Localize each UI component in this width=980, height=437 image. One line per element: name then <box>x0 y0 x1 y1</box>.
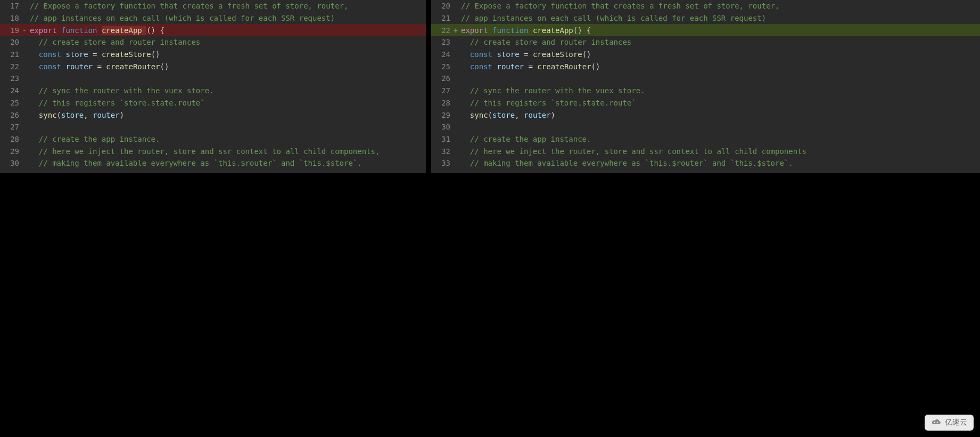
code-line[interactable]: 26 <box>431 72 980 85</box>
code-content: const store = createStore() <box>28 50 426 59</box>
code-line[interactable]: 29 sync(store, router) <box>431 109 980 121</box>
diff-marker <box>452 38 459 46</box>
code-line[interactable]: 19-export function createApp () { <box>0 24 426 36</box>
code-line[interactable]: 25 // this registers `store.state.route` <box>0 97 426 109</box>
line-number: 30 <box>431 123 452 131</box>
line-number: 19 <box>0 26 21 35</box>
code-content: // sync the router with the vuex store. <box>459 86 980 95</box>
line-number: 22 <box>0 62 21 71</box>
code-content <box>459 123 980 131</box>
watermark-badge: 亿速云 <box>925 415 974 431</box>
code-line[interactable]: 32 // here we inject the router, store a… <box>431 145 980 157</box>
cloud-icon <box>931 418 942 427</box>
diff-marker <box>21 147 28 156</box>
line-number: 33 <box>431 159 452 167</box>
code-content: // create the app instance. <box>28 135 426 143</box>
line-number: 27 <box>431 86 452 95</box>
code-line[interactable]: 23 // create store and router instances <box>431 36 980 48</box>
code-content: export function createApp() { <box>459 26 980 35</box>
diff-marker: + <box>452 26 459 35</box>
watermark-text: 亿速云 <box>945 418 967 427</box>
line-number: 17 <box>0 2 21 10</box>
code-line[interactable]: 20 // Expose a factory function that cre… <box>431 0 980 12</box>
code-line[interactable]: 30 // making them available everywhere a… <box>0 157 426 169</box>
code-content: // app instances on each call (which is … <box>459 14 980 22</box>
code-line[interactable]: 24 const store = createStore() <box>431 48 980 61</box>
code-content: const router = createRouter() <box>459 62 980 71</box>
code-content <box>28 123 426 131</box>
diff-marker <box>452 135 459 143</box>
line-number: 31 <box>431 135 452 143</box>
code-content: // create store and router instances <box>28 38 426 46</box>
code-line[interactable]: 27 // sync the router with the vuex stor… <box>431 85 980 97</box>
code-content: const store = createStore() <box>459 50 980 59</box>
diff-marker <box>21 111 28 119</box>
diff-marker <box>21 135 28 143</box>
code-content: // sync the router with the vuex store. <box>28 86 426 95</box>
code-content: // this registers `store.state.route` <box>459 99 980 107</box>
diff-marker <box>452 50 459 59</box>
diff-marker <box>21 50 28 59</box>
code-line[interactable]: 18 // app instances on each call (which … <box>0 12 426 25</box>
line-number: 22 <box>431 26 452 35</box>
code-content <box>28 74 426 83</box>
code-content: // making them available everywhere as `… <box>459 159 980 167</box>
code-line[interactable]: 30 <box>431 121 980 133</box>
code-line[interactable]: 29 // here we inject the router, store a… <box>0 145 426 157</box>
line-number: 20 <box>431 2 452 10</box>
code-line[interactable]: 33 // making them available everywhere a… <box>431 157 980 169</box>
code-line[interactable]: 25 const router = createRouter() <box>431 60 980 72</box>
code-content: // here we inject the router, store and … <box>459 147 980 156</box>
line-number: 26 <box>0 111 21 119</box>
diff-marker <box>452 159 459 167</box>
pane-divider[interactable] <box>426 0 431 173</box>
left-pane[interactable]: 17 // Expose a factory function that cre… <box>0 0 426 173</box>
diff-marker <box>452 62 459 71</box>
line-number: 25 <box>0 99 21 107</box>
code-content: // create store and router instances <box>459 38 980 46</box>
right-pane[interactable]: 20 // Expose a factory function that cre… <box>431 0 980 173</box>
code-content <box>459 74 980 83</box>
code-line[interactable]: 26 sync(store, router) <box>0 109 426 121</box>
diff-marker <box>452 14 459 22</box>
code-content: // Expose a factory function that create… <box>459 2 980 10</box>
line-number: 29 <box>0 147 21 156</box>
svg-point-0 <box>934 422 936 423</box>
code-line[interactable]: 20 // create store and router instances <box>0 36 426 48</box>
code-line[interactable]: 22 const router = createRouter() <box>0 60 426 72</box>
diff-marker <box>21 99 28 107</box>
code-line[interactable]: 28 // this registers `store.state.route` <box>431 97 980 109</box>
diff-marker <box>452 86 459 95</box>
code-content: // app instances on each call (which is … <box>28 14 426 22</box>
diff-marker <box>21 74 28 83</box>
code-content: // here we inject the router, store and … <box>28 147 426 156</box>
line-number: 21 <box>431 14 452 22</box>
diff-marker <box>452 2 459 10</box>
line-number: 25 <box>431 62 452 71</box>
code-line[interactable]: 21 const store = createStore() <box>0 48 426 61</box>
code-content: sync(store, router) <box>28 111 426 119</box>
line-number: 24 <box>0 86 21 95</box>
code-content: // create the app instance. <box>459 135 980 143</box>
code-line[interactable]: 21 // app instances on each call (which … <box>431 12 980 25</box>
code-line[interactable]: 22+export function createApp() { <box>431 24 980 36</box>
line-number: 21 <box>0 50 21 59</box>
diff-marker <box>21 123 28 131</box>
line-number: 32 <box>431 147 452 156</box>
code-line[interactable]: 27 <box>0 121 426 133</box>
code-content: const router = createRouter() <box>28 62 426 71</box>
diff-marker <box>21 86 28 95</box>
code-content: // Expose a factory function that create… <box>28 2 426 10</box>
code-line[interactable]: 17 // Expose a factory function that cre… <box>0 0 426 12</box>
code-line[interactable]: 24 // sync the router with the vuex stor… <box>0 85 426 97</box>
line-number: 27 <box>0 123 21 131</box>
code-content: // this registers `store.state.route` <box>28 99 426 107</box>
diff-marker <box>21 2 28 10</box>
diff-marker <box>452 99 459 107</box>
line-number: 28 <box>0 135 21 143</box>
code-line[interactable]: 28 // create the app instance. <box>0 133 426 145</box>
code-line[interactable]: 31 // create the app instance. <box>431 133 980 145</box>
code-content: export function createApp () { <box>28 26 426 35</box>
code-line[interactable]: 23 <box>0 72 426 85</box>
line-number: 20 <box>0 38 21 46</box>
